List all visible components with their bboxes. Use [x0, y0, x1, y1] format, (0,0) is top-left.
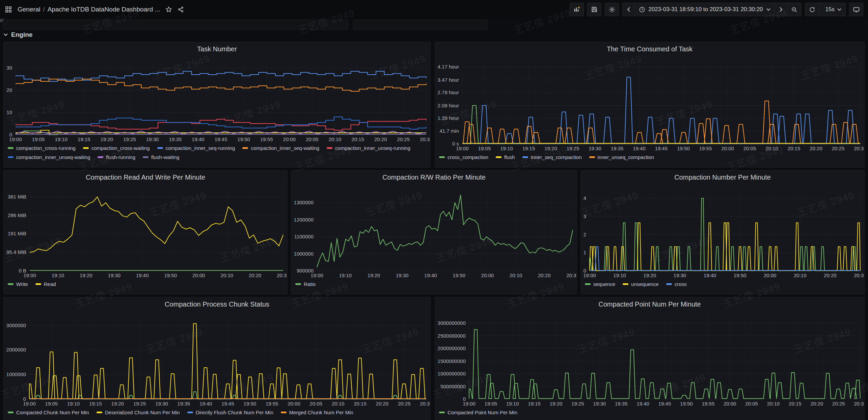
legend-item[interactable]: Write [8, 281, 28, 287]
panel-title[interactable]: Task Number [4, 42, 430, 56]
time-shift-back-button[interactable] [623, 3, 635, 16]
svg-text:4: 4 [584, 195, 586, 201]
save-dashboard-button[interactable] [587, 3, 601, 16]
svg-text:2.78 hour: 2.78 hour [438, 89, 459, 95]
legend-label: Deserialized Chunk Num Per Min [105, 410, 180, 415]
legend-item[interactable]: compaction_cross-running [8, 145, 76, 151]
add-panel-button[interactable] [570, 3, 584, 16]
chart-compacted-point-num[interactable]: 19:0019:0519:1019:1519:2019:2519:3019:35… [435, 311, 864, 408]
svg-text:30: 30 [6, 65, 12, 71]
legend-item[interactable]: sequence [585, 281, 615, 287]
svg-text:19:05: 19:05 [485, 401, 497, 406]
svg-text:20:00: 20:00 [724, 401, 736, 406]
svg-text:19:35: 19:35 [615, 401, 628, 406]
legend-item[interactable]: Compacted Point Num Per Min [439, 410, 517, 415]
breadcrumb-section[interactable]: General [18, 6, 40, 13]
legend-item[interactable]: Compacted Chunk Num Per Min [8, 410, 89, 415]
svg-text:19:50: 19:50 [677, 146, 690, 151]
svg-text:19:30: 19:30 [674, 272, 686, 278]
panel-title[interactable]: Compaction Read And Write Per Minute [4, 170, 287, 184]
chart-compaction-number[interactable]: 19:0019:1019:2019:3019:4019:5020:0020:10… [581, 184, 864, 280]
time-shift-forward-button[interactable] [775, 3, 787, 16]
svg-text:19:30: 19:30 [396, 272, 409, 278]
legend-label: unsequence [631, 281, 659, 287]
legend-item[interactable]: cross_compaction [439, 154, 488, 160]
legend-item[interactable]: flush [496, 154, 515, 160]
legend-label: compaction_inner_seq-waiting [251, 145, 319, 151]
legend-item[interactable]: Read [35, 281, 56, 287]
chart-compaction-rw-ratio[interactable]: 19:0019:1019:2019:3019:4019:5020:0020:10… [291, 184, 576, 280]
svg-text:1500000000: 1500000000 [438, 358, 466, 364]
chart-compaction-read-write[interactable]: 19:0019:1019:2019:3019:4019:5020:0020:10… [4, 184, 287, 280]
svg-text:19:50: 19:50 [680, 401, 693, 406]
svg-text:20:00: 20:00 [721, 146, 734, 151]
legend-item[interactable]: Merged Chunk Num Per Min [281, 410, 353, 415]
panel-compacted-point-num: Compacted Point Num Per Minute 19:0019:0… [435, 297, 865, 420]
breadcrumb[interactable]: General/Apache IoTDB DataNode Dashboard … [18, 6, 160, 13]
svg-text:19:40: 19:40 [199, 401, 212, 406]
zoom-out-button[interactable] [787, 3, 801, 16]
chart-task-number[interactable]: 19:0019:0519:1019:1519:2019:2519:3019:35… [4, 56, 430, 143]
panel-title[interactable]: Compaction R/W Ratio Per Minute [291, 170, 577, 184]
variable-selector[interactable] [3, 20, 348, 30]
svg-text:19:40: 19:40 [136, 272, 149, 278]
svg-text:19:40: 19:40 [424, 272, 437, 278]
legend-item[interactable]: unsequence [623, 281, 659, 287]
panel-title[interactable]: Compaction Process Chunk Status [4, 297, 430, 311]
legend-label: compaction_cross-waiting [91, 145, 150, 151]
tv-mode-button[interactable] [849, 3, 863, 16]
chart-time-consumed-of-task[interactable]: 19:0019:0519:1019:1519:2019:2519:3019:35… [435, 56, 864, 153]
legend-item[interactable]: Ratio [295, 281, 316, 287]
legend-item[interactable]: Directly Flush Chunk Num Per Min [187, 410, 273, 415]
svg-text:19:50: 19:50 [237, 136, 250, 142]
svg-text:20:10: 20:10 [220, 272, 233, 278]
time-range-button[interactable]: 2023-03-31 18:59:10 to 2023-03-31 20:30:… [635, 3, 774, 16]
variable-selector[interactable] [353, 20, 488, 30]
share-icon[interactable] [178, 6, 184, 13]
svg-text:500000000: 500000000 [440, 384, 466, 389]
settings-button[interactable] [605, 3, 619, 16]
panel-title[interactable]: Compacted Point Num Per Minute [435, 297, 864, 311]
legend-label: sequence [593, 281, 615, 287]
svg-text:3.47 hour: 3.47 hour [438, 77, 459, 83]
legend-swatch [623, 283, 628, 285]
legend-item[interactable]: inner_unseq_compaction [589, 154, 654, 160]
breadcrumb-separator: / [40, 6, 48, 13]
legend-item[interactable]: compaction_inner_seq-running [157, 145, 235, 151]
legend-label: Read [44, 281, 56, 287]
svg-text:20:30: 20:30 [854, 146, 864, 151]
svg-text:20:30: 20:30 [854, 401, 864, 406]
svg-text:19:40: 19:40 [192, 136, 205, 142]
legend-item[interactable]: compaction_inner_unseq-waiting [8, 154, 90, 160]
legend-item[interactable]: compaction_inner_unseq-running [327, 145, 410, 151]
svg-text:19:25: 19:25 [571, 401, 584, 406]
panel-title[interactable]: The Time Consumed of Task [435, 42, 864, 56]
row-header-engine[interactable]: Engine [3, 30, 32, 40]
star-icon[interactable] [165, 6, 172, 13]
refresh-button[interactable] [805, 3, 819, 16]
legend-item[interactable]: compaction_inner_seq-waiting [242, 145, 319, 151]
legend-item[interactable]: cross [666, 281, 687, 287]
svg-text:19:30: 19:30 [155, 401, 168, 406]
svg-text:19:15: 19:15 [89, 401, 102, 406]
svg-text:19:45: 19:45 [658, 401, 671, 406]
legend-item[interactable]: flush-waiting [143, 154, 179, 160]
svg-text:19:40: 19:40 [704, 272, 716, 278]
svg-text:19:10: 19:10 [506, 401, 519, 406]
refresh-interval-dropdown[interactable]: 15s [819, 3, 845, 16]
legend-item[interactable]: compaction_cross-waiting [83, 145, 150, 151]
legend-swatch [295, 283, 301, 285]
svg-text:20:20: 20:20 [538, 272, 551, 278]
breadcrumb-title[interactable]: Apache IoTDB DataNode Dashboard ... [48, 6, 160, 13]
apps-grid-icon[interactable] [5, 6, 12, 13]
panel-title[interactable]: Compaction Number Per Minute [581, 170, 864, 184]
svg-text:20:20: 20:20 [824, 272, 837, 278]
svg-text:20:15: 20:15 [789, 401, 802, 406]
legend-item[interactable]: flush-running [98, 154, 135, 160]
legend-label: Directly Flush Chunk Num Per Min [196, 410, 273, 415]
time-range-text: 2023-03-31 18:59:10 to 2023-03-31 20:30:… [645, 6, 766, 13]
chart-compaction-process-chunk-status[interactable]: 19:0019:0519:1019:1519:2019:2519:3019:35… [4, 311, 430, 408]
legend-item[interactable]: Deserialized Chunk Num Per Min [97, 410, 180, 415]
legend-item[interactable]: inner_seq_compaction [522, 154, 582, 160]
variables-bar [0, 19, 868, 30]
